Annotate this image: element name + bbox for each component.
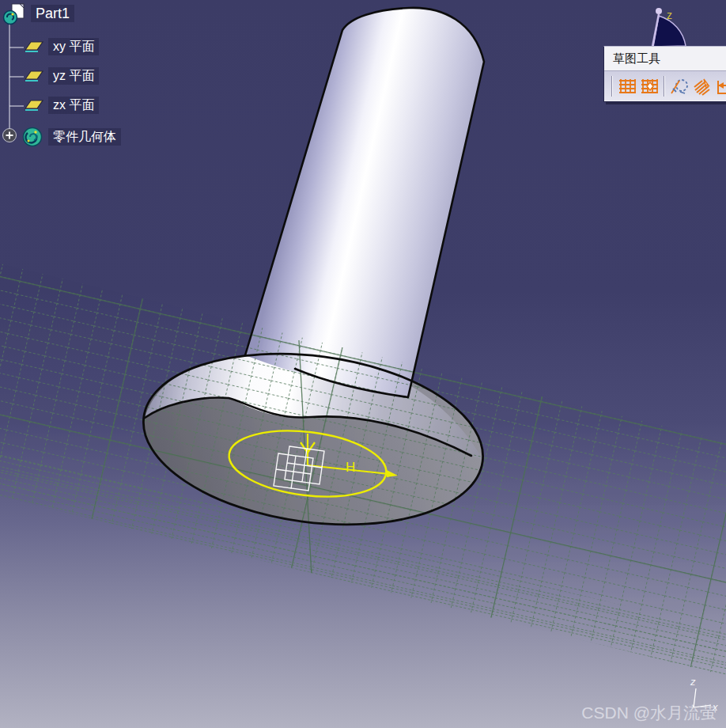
tree-item-label: 零件几何体 <box>48 128 121 146</box>
construction-standard-element-icon <box>669 76 690 97</box>
plane-icon <box>24 68 44 84</box>
snap-to-point-icon <box>639 76 660 97</box>
snap-to-point-button[interactable] <box>639 74 660 98</box>
plane-icon <box>24 97 44 113</box>
toolbar-separator <box>664 76 665 97</box>
tree-expander-icon[interactable] <box>2 127 17 143</box>
sketch-tools-toolbar[interactable]: 草图工具 <box>603 46 726 102</box>
compass-z-label: z <box>667 9 672 21</box>
compass-handle[interactable] <box>656 8 662 14</box>
geometrical-constraints-button[interactable] <box>691 74 712 98</box>
tree-item-label: zx 平面 <box>48 97 99 114</box>
specification-tree[interactable]: Part1 xy 平面 yz 平面 zx 平面 <box>0 0 206 174</box>
tree-root-label: Part1 <box>31 5 74 22</box>
dimensional-constraints-icon <box>713 76 726 97</box>
plane-icon <box>24 39 44 55</box>
part-body-icon <box>21 125 44 149</box>
axis-z-label: z <box>690 676 696 688</box>
watermark: CSDN @水月流萤 <box>581 703 717 722</box>
toolbar-title-bar[interactable]: 草图工具 <box>604 47 726 70</box>
h-axis-label: H <box>346 460 355 475</box>
grid-button[interactable] <box>617 74 637 98</box>
tree-item-xy-plane[interactable]: xy 平面 <box>24 38 99 55</box>
toolbar-drag-handle[interactable] <box>611 76 613 97</box>
part-document-icon <box>2 2 27 25</box>
tree-item-root[interactable]: Part1 <box>2 2 74 25</box>
axis-x-label: x <box>712 701 718 713</box>
construction-standard-element-button[interactable] <box>669 74 690 98</box>
tree-item-part-body[interactable]: 零件几何体 <box>21 125 121 149</box>
grid-icon <box>617 76 637 97</box>
tree-item-label: yz 平面 <box>48 67 99 85</box>
tree-item-yz-plane[interactable]: yz 平面 <box>24 67 99 85</box>
geometrical-constraints-icon <box>691 76 712 97</box>
tree-item-zx-plane[interactable]: zx 平面 <box>24 97 99 114</box>
toolbar-button-row <box>604 70 726 100</box>
dimensional-constraints-button[interactable] <box>713 74 726 98</box>
toolbar-title: 草图工具 <box>613 51 660 66</box>
tree-item-label: xy 平面 <box>48 38 99 55</box>
